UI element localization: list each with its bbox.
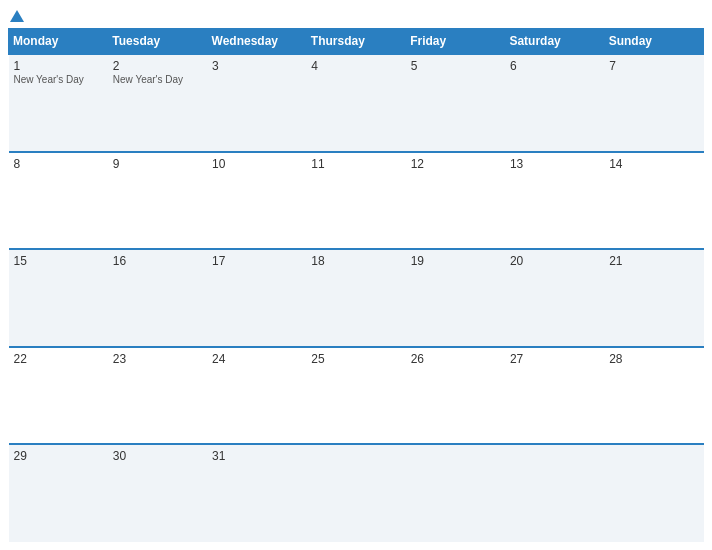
calendar-cell: 29	[9, 444, 108, 542]
calendar-cell: 13	[505, 152, 604, 250]
day-number: 30	[113, 449, 202, 463]
calendar-cell: 28	[604, 347, 703, 445]
calendar-cell: 16	[108, 249, 207, 347]
day-number: 15	[14, 254, 103, 268]
calendar-cell: 8	[9, 152, 108, 250]
day-number: 17	[212, 254, 301, 268]
day-number: 22	[14, 352, 103, 366]
calendar-cell: 1New Year's Day	[9, 54, 108, 152]
calendar-cell: 30	[108, 444, 207, 542]
day-number: 29	[14, 449, 103, 463]
calendar-cell: 14	[604, 152, 703, 250]
calendar-cell	[604, 444, 703, 542]
calendar-cell: 2New Year's Day	[108, 54, 207, 152]
calendar-cell	[406, 444, 505, 542]
calendar-cell: 6	[505, 54, 604, 152]
day-number: 11	[311, 157, 400, 171]
day-number: 2	[113, 59, 202, 73]
day-number: 1	[14, 59, 103, 73]
day-number: 4	[311, 59, 400, 73]
calendar-cell: 23	[108, 347, 207, 445]
logo-triangle-icon	[10, 10, 24, 22]
day-number: 18	[311, 254, 400, 268]
col-header-wednesday: Wednesday	[207, 29, 306, 55]
calendar-cell: 12	[406, 152, 505, 250]
calendar-cell	[505, 444, 604, 542]
day-number: 28	[609, 352, 698, 366]
calendar-week-1: 1New Year's Day2New Year's Day34567	[9, 54, 704, 152]
calendar-header-row: MondayTuesdayWednesdayThursdayFridaySatu…	[9, 29, 704, 55]
logo	[8, 10, 24, 22]
calendar-cell: 7	[604, 54, 703, 152]
calendar-cell: 24	[207, 347, 306, 445]
day-number: 9	[113, 157, 202, 171]
day-number: 5	[411, 59, 500, 73]
calendar-cell: 18	[306, 249, 405, 347]
calendar-week-3: 15161718192021	[9, 249, 704, 347]
day-number: 20	[510, 254, 599, 268]
col-header-friday: Friday	[406, 29, 505, 55]
col-header-sunday: Sunday	[604, 29, 703, 55]
day-number: 14	[609, 157, 698, 171]
calendar-cell: 17	[207, 249, 306, 347]
day-number: 21	[609, 254, 698, 268]
day-number: 23	[113, 352, 202, 366]
day-number: 24	[212, 352, 301, 366]
day-event: New Year's Day	[113, 74, 202, 85]
calendar-cell: 27	[505, 347, 604, 445]
calendar-cell: 10	[207, 152, 306, 250]
calendar-cell: 9	[108, 152, 207, 250]
day-number: 31	[212, 449, 301, 463]
calendar-week-4: 22232425262728	[9, 347, 704, 445]
calendar-week-2: 891011121314	[9, 152, 704, 250]
calendar-cell	[306, 444, 405, 542]
calendar-cell: 21	[604, 249, 703, 347]
calendar-cell: 22	[9, 347, 108, 445]
col-header-tuesday: Tuesday	[108, 29, 207, 55]
calendar-cell: 5	[406, 54, 505, 152]
calendar-cell: 31	[207, 444, 306, 542]
day-number: 6	[510, 59, 599, 73]
day-number: 12	[411, 157, 500, 171]
day-number: 25	[311, 352, 400, 366]
calendar-table: MondayTuesdayWednesdayThursdayFridaySatu…	[8, 28, 704, 542]
calendar-cell: 4	[306, 54, 405, 152]
day-number: 16	[113, 254, 202, 268]
day-number: 8	[14, 157, 103, 171]
calendar-header	[8, 10, 704, 22]
day-number: 13	[510, 157, 599, 171]
calendar-cell: 20	[505, 249, 604, 347]
calendar-week-5: 293031	[9, 444, 704, 542]
day-number: 7	[609, 59, 698, 73]
calendar-cell: 25	[306, 347, 405, 445]
col-header-thursday: Thursday	[306, 29, 405, 55]
calendar-cell: 15	[9, 249, 108, 347]
day-number: 26	[411, 352, 500, 366]
day-event: New Year's Day	[14, 74, 103, 85]
calendar-cell: 19	[406, 249, 505, 347]
calendar-cell: 3	[207, 54, 306, 152]
col-header-monday: Monday	[9, 29, 108, 55]
day-number: 3	[212, 59, 301, 73]
calendar-cell: 11	[306, 152, 405, 250]
calendar-page: MondayTuesdayWednesdayThursdayFridaySatu…	[0, 0, 712, 550]
day-number: 19	[411, 254, 500, 268]
calendar-cell: 26	[406, 347, 505, 445]
col-header-saturday: Saturday	[505, 29, 604, 55]
day-number: 27	[510, 352, 599, 366]
day-number: 10	[212, 157, 301, 171]
